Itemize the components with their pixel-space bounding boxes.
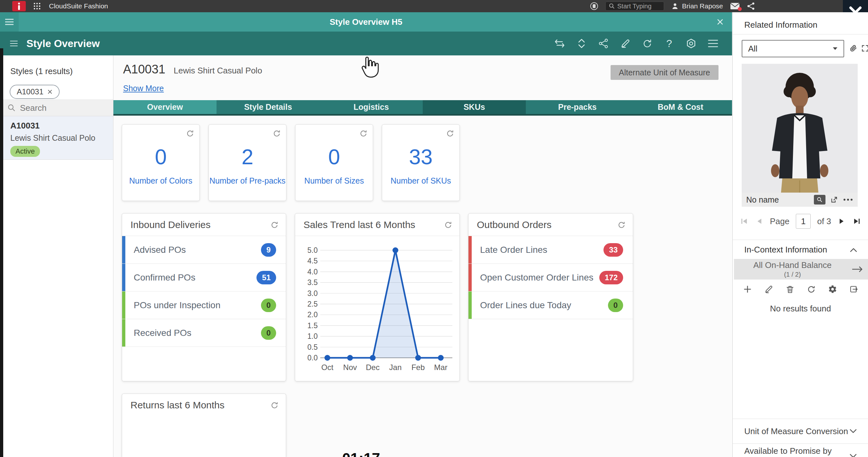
kpi-label: Received POs [134,328,261,338]
refresh-icon[interactable] [273,129,281,137]
stat-label: Number of SKUs [382,176,460,186]
last-page-icon[interactable] [852,217,862,226]
tab-skus[interactable]: SKUs [423,100,526,114]
related-info-filter-select[interactable]: All [742,40,844,57]
stat-card-number-of-pre-packs[interactable]: 2Number of Pre-packs [209,124,286,201]
kpi-row-advised-pos[interactable]: Advised POs9 [122,236,286,264]
svg-text:1.5: 1.5 [307,321,318,330]
global-search-input[interactable] [617,3,659,10]
styles-sidebar: Styles (1 results) A10031 A10031 Lewis S… [3,55,114,457]
refresh-icon[interactable] [805,284,817,295]
tab-bom-cost[interactable]: BoM & Cost [629,100,732,114]
style-item-code: A10031 [10,121,113,131]
share-icon[interactable] [597,37,610,50]
stat-card-number-of-skus[interactable]: 33Number of SKUs [382,124,460,201]
atp-by-branch-section[interactable]: Available to Promise by Branch [733,444,868,457]
tab-style-details[interactable]: Style Details [217,100,320,114]
chevron-down-icon [833,47,838,50]
count-badge: 9 [261,243,276,257]
svg-text:5.0: 5.0 [307,246,318,254]
count-badge: 0 [608,298,623,312]
in-context-information-header[interactable]: In-Context Information [744,245,857,255]
svg-text:2.5: 2.5 [307,300,318,308]
search-icon [8,104,16,112]
chip-remove-icon[interactable] [48,89,53,94]
global-search[interactable] [606,2,664,11]
next-page-icon[interactable] [838,217,845,226]
style-code: A10031 [123,63,165,76]
arrow-right-icon[interactable] [851,265,864,273]
count-badge: 33 [603,243,623,257]
window-menu-icon[interactable] [0,12,19,32]
refresh-icon[interactable] [270,401,279,409]
style-list-item[interactable]: A10031 Lewis Shirt Casual Polo Active [3,116,113,160]
svg-text:Dec: Dec [366,363,379,372]
photo-zoom-icon[interactable] [814,195,826,204]
photo-caption-bar: No name [742,193,858,207]
more-options-icon[interactable] [843,197,853,203]
settings-icon[interactable] [685,37,697,50]
messages-icon[interactable] [730,3,740,10]
open-in-new-icon[interactable] [830,195,838,204]
share-icon[interactable] [747,2,755,10]
refresh-icon[interactable] [617,221,626,229]
uom-conversion-section[interactable]: Unit of Measure Conversion [733,419,868,444]
expand-collapse-icon[interactable] [576,37,588,50]
kpi-row-order-lines-due-today[interactable]: Order Lines due Today0 [468,291,633,319]
app-grid-icon[interactable] [31,0,43,12]
page-menu-icon[interactable] [8,37,20,50]
attachment-icon[interactable] [849,44,858,53]
stat-value: 33 [382,144,460,169]
sidebar-search[interactable] [3,99,113,116]
kpi-row-confirmed-pos[interactable]: Confirmed POs51 [122,264,286,291]
svg-text:Feb: Feb [411,363,425,372]
add-icon[interactable] [742,284,753,295]
expand-icon[interactable] [861,44,868,53]
page-number-input[interactable]: 1 [796,214,811,229]
count-badge: 0 [261,326,276,340]
sales-trend-chart: 0.00.51.01.52.02.53.03.54.04.55.0OctNovD… [302,244,454,373]
prev-page-icon[interactable] [755,217,763,226]
kpi-row-open-customer-order-lines[interactable]: Open Customer Order Lines172 [468,264,633,291]
status-badge: Active [10,146,40,157]
tab-overview[interactable]: Overview [114,100,217,114]
filter-chip[interactable]: A10031 [10,85,60,99]
panel-toggle-icon[interactable] [590,2,598,10]
kpi-row-pos-under-inspection[interactable]: POs under Inspection0 [122,291,286,319]
tab-logistics[interactable]: Logistics [320,100,423,114]
menu-icon[interactable] [707,37,719,50]
edit-icon[interactable] [619,37,631,50]
export-icon[interactable] [848,284,860,295]
on-hand-balance-item[interactable]: All On-Hand Balance (1 / 2) [734,259,868,280]
swap-icon[interactable] [554,37,566,50]
count-badge: 172 [599,271,623,284]
chevron-down-icon [849,454,857,457]
sidebar-search-input[interactable] [20,103,100,113]
refresh-icon[interactable] [359,129,368,137]
first-page-icon[interactable] [739,217,749,226]
tab-pre-packs[interactable]: Pre-packs [526,100,629,114]
svg-text:0.0: 0.0 [307,354,318,362]
edit-icon[interactable] [763,284,775,295]
kpi-row-late-order-lines[interactable]: Late Order Lines33 [468,236,633,264]
window-close-icon[interactable] [717,19,724,26]
refresh-icon[interactable] [446,129,454,137]
delete-icon[interactable] [784,284,796,295]
infor-logo-icon[interactable] [12,1,26,11]
stat-card-number-of-sizes[interactable]: 0Number of Sizes [295,124,373,201]
refresh-icon[interactable] [186,129,194,137]
alternate-uom-button[interactable]: Alternate Unit of Measure [611,65,718,80]
style-item-name: Lewis Shirt Casual Polo [10,133,113,143]
refresh-icon[interactable] [444,221,453,229]
stat-card-number-of-colors[interactable]: 0Number of Colors [122,124,200,201]
help-icon[interactable]: ? [663,37,675,50]
settings-icon[interactable] [827,284,838,295]
page-title: Style Overview [26,38,100,50]
filter-chip-label: A10031 [17,87,43,96]
refresh-icon[interactable] [641,37,653,50]
style-tabs: OverviewStyle DetailsLogisticsSKUsPre-pa… [114,100,732,116]
show-more-link[interactable]: Show More [123,84,164,93]
kpi-row-received-pos[interactable]: Received POs0 [122,319,286,347]
refresh-icon[interactable] [270,221,279,229]
user-menu[interactable]: Brian Rapose [671,2,723,10]
